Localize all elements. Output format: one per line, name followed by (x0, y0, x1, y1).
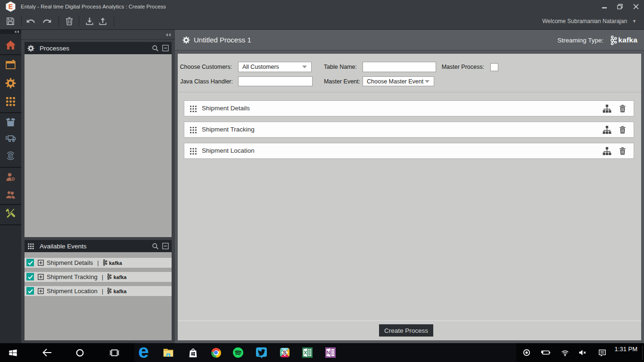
event-label: Shipment Location| kafka (47, 286, 127, 296)
cortana-button[interactable] (73, 343, 86, 362)
taskbar-file-explorer[interactable] (162, 343, 174, 362)
sidebar-item-package[interactable] (5, 116, 16, 127)
event-checkbox-checked[interactable] (26, 287, 34, 295)
expand-plus-icon[interactable] (38, 274, 44, 280)
taskbar-slack[interactable]: S (279, 343, 290, 362)
user-menu[interactable]: Welcome Subramanian Natarajan ▼ (542, 13, 636, 29)
event-source: kafka (114, 274, 127, 280)
sidebar-item-add-user[interactable] (5, 172, 16, 182)
show-desktop-button[interactable] (642, 346, 643, 360)
drag-handle-icon[interactable] (189, 105, 198, 113)
process-event-label: Shipment Location (202, 143, 255, 158)
taskbar-clock[interactable]: 1:31 PM (615, 346, 637, 353)
pipe-separator: | (102, 288, 103, 295)
process-event-label: Shipment Tracking (202, 122, 255, 137)
available-events-panel: Available Events Shipment Details| kafka… (25, 240, 172, 340)
expand-plus-icon[interactable] (38, 288, 44, 294)
slack-icon: S (280, 347, 290, 358)
trash-icon[interactable] (619, 125, 627, 134)
sidebar-collapse-strip[interactable] (0, 30, 21, 34)
tray-record[interactable] (521, 343, 532, 362)
event-list-item[interactable]: Shipment Details| kafka (25, 258, 172, 268)
form-footer: Create Process (178, 321, 641, 340)
sidebar-item-apps-grid[interactable] (5, 96, 16, 107)
task-view-button[interactable] (107, 343, 121, 362)
event-list-item[interactable]: Shipment Location| kafka (25, 286, 172, 296)
sidebar-item-settings[interactable] (5, 78, 16, 89)
sidebar-item-delivery[interactable] (5, 133, 16, 144)
java-class-handler-label: Java Class Handler: (178, 78, 233, 85)
package-icon (5, 116, 16, 127)
processes-panel-body (25, 54, 172, 237)
tray-volume[interactable] (577, 343, 588, 362)
sidebar-item-app-window[interactable] (5, 59, 16, 70)
collapse-left-icon (165, 33, 171, 37)
back-arrow-icon (41, 347, 53, 358)
process-event-row: Shipment Location (184, 143, 634, 159)
table-name-input[interactable] (363, 62, 436, 72)
collapse-panel-icon[interactable] (162, 45, 169, 51)
sidebar-item-users[interactable] (5, 189, 16, 200)
trash-icon[interactable] (619, 147, 627, 156)
toolbar-separator (58, 16, 59, 26)
sidebar-item-home[interactable] (5, 40, 16, 50)
start-button[interactable] (6, 343, 19, 362)
trash-icon[interactable] (619, 104, 627, 113)
window-title: Entaly - Real time Digital Process Analy… (21, 0, 166, 13)
toolbar: Welcome Subramanian Natarajan ▼ (0, 13, 644, 30)
grid-icon (27, 243, 34, 250)
toolbar-separator (79, 16, 79, 26)
hierarchy-icon[interactable] (603, 147, 611, 156)
close-button[interactable] (629, 0, 643, 13)
undo-button[interactable] (25, 16, 36, 27)
redo-button[interactable] (41, 16, 53, 27)
sidebar-item-tools[interactable] (5, 208, 16, 219)
hierarchy-icon[interactable] (603, 104, 611, 113)
search-icon[interactable] (152, 243, 159, 250)
taskbar-spotify[interactable] (232, 343, 244, 362)
tray-network[interactable] (559, 343, 570, 362)
taskbar-twitter[interactable] (256, 343, 267, 362)
hierarchy-icon[interactable] (603, 125, 611, 134)
sidebar-item-iot[interactable]: IOT (5, 150, 16, 161)
taskbar-excel[interactable]: X (302, 343, 313, 362)
event-checkbox-checked[interactable] (26, 259, 34, 266)
svg-text:IOT: IOT (8, 154, 14, 157)
process-header: Untitled Process 1 Streaming Type: kafka (175, 30, 644, 50)
search-icon[interactable] (152, 45, 159, 52)
taskbar-edge[interactable]: e (137, 343, 150, 362)
windows-logo-icon (8, 348, 18, 358)
action-center-icon (598, 348, 607, 357)
minimize-button[interactable] (598, 0, 611, 13)
home-icon (5, 40, 16, 50)
back-button[interactable] (41, 343, 54, 362)
collapse-panel-icon[interactable] (162, 243, 169, 249)
event-list-item[interactable]: Shipment Tracking| kafka (25, 272, 172, 282)
create-process-button[interactable]: Create Process (379, 324, 433, 337)
expand-plus-icon[interactable] (38, 260, 44, 266)
master-event-select[interactable]: Choose Master Event (363, 76, 434, 86)
restore-button[interactable] (613, 0, 627, 13)
delete-button[interactable] (64, 16, 75, 27)
upload-button[interactable] (97, 16, 108, 27)
drag-handle-icon[interactable] (189, 147, 198, 156)
taskbar-chrome[interactable] (211, 343, 221, 362)
taskbar-store[interactable] (187, 343, 199, 362)
chrome-icon (211, 348, 221, 358)
available-events-panel-header: Available Events (25, 240, 172, 252)
tray-battery[interactable] (539, 343, 552, 362)
download-button[interactable] (84, 16, 95, 27)
process-event-row: Shipment Tracking (184, 122, 634, 138)
taskbar-onenote[interactable]: N (325, 343, 336, 362)
users-icon (5, 189, 16, 200)
drag-handle-icon[interactable] (189, 126, 198, 134)
master-process-checkbox[interactable] (490, 63, 498, 71)
cortana-circle-icon (75, 348, 85, 358)
tray-action-center[interactable] (596, 343, 608, 362)
panel-collapse-strip[interactable] (21, 30, 175, 40)
spotify-icon (232, 347, 244, 358)
save-button[interactable] (5, 16, 16, 27)
title-bar: E Entaly - Real time Digital Process Ana… (0, 0, 644, 13)
event-checkbox-checked[interactable] (26, 273, 34, 280)
download-icon (85, 16, 94, 26)
